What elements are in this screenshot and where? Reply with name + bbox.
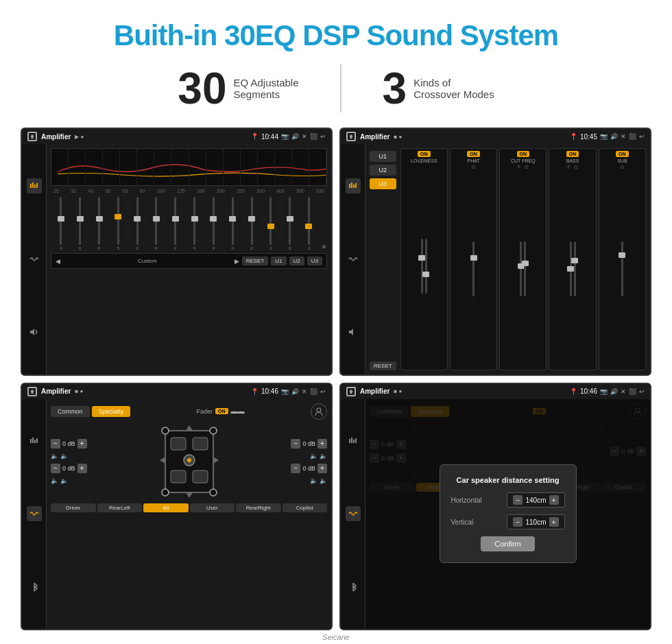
eq-slider-11[interactable]: -1 bbox=[262, 195, 280, 250]
confirm-button[interactable]: Confirm bbox=[481, 536, 535, 551]
screen-icon-4: ⬛ bbox=[629, 388, 636, 395]
u1-cross-btn[interactable]: U1 bbox=[370, 151, 396, 162]
watermark: Seicane bbox=[322, 630, 350, 644]
eq-slider-13[interactable]: -1 bbox=[300, 195, 318, 250]
page-title: Buith-in 30EQ DSP Sound System bbox=[114, 0, 558, 64]
user-avatar bbox=[311, 403, 327, 420]
copilot-btn[interactable]: Copilot bbox=[283, 503, 328, 512]
status-icons-2: 📍 10:45 📷 🔊 ✕ ⬛ ↩ bbox=[570, 133, 645, 141]
sidebar-vol-icon[interactable] bbox=[27, 324, 42, 339]
back-icon-4: ↩ bbox=[639, 388, 645, 395]
svg-rect-8 bbox=[355, 183, 357, 188]
right-top-minus[interactable]: − bbox=[291, 439, 300, 449]
vertical-plus[interactable]: + bbox=[549, 517, 559, 527]
reset-cross-btn[interactable]: RESET bbox=[370, 361, 396, 370]
stat-number-crossover: 3 bbox=[383, 67, 407, 110]
eq-slider-4[interactable]: 0 bbox=[128, 195, 146, 250]
horizontal-value: 140cm bbox=[525, 497, 546, 504]
home-icon-3[interactable] bbox=[27, 387, 37, 396]
screen2-record-icon: ■ ● bbox=[394, 134, 402, 140]
right-top-plus[interactable]: + bbox=[317, 439, 327, 449]
u1-btn[interactable]: U1 bbox=[271, 257, 286, 265]
specialty-btn[interactable]: Specialty bbox=[92, 406, 131, 417]
eq-slider-12[interactable]: 0 bbox=[281, 195, 299, 250]
right-bot-plus[interactable]: + bbox=[317, 464, 327, 473]
sidebar-wave-icon-3[interactable] bbox=[27, 506, 42, 521]
svg-rect-10 bbox=[30, 439, 32, 443]
eq-slider-6[interactable]: 0 bbox=[167, 195, 184, 250]
user-btn[interactable]: User bbox=[190, 503, 235, 512]
crossover-layout: U1 U2 U3 RESET ON LOUDNESS bbox=[370, 148, 646, 370]
u2-btn[interactable]: U2 bbox=[289, 257, 304, 265]
all-btn[interactable]: All bbox=[143, 503, 189, 512]
right-db-controls: − 0 dB + 🔈 🔈 − 0 dB + bbox=[279, 439, 327, 484]
driver-btn[interactable]: Driver bbox=[51, 503, 96, 512]
vertical-value-box: − 110cm + bbox=[507, 514, 564, 529]
status-icons-4: 📍 10:46 📷 🔊 ✕ ⬛ ↩ bbox=[570, 387, 645, 395]
eq-slider-7[interactable]: 0 bbox=[186, 195, 204, 250]
eq-slider-3[interactable]: 5 bbox=[109, 195, 127, 250]
x-icon-2: ✕ bbox=[621, 133, 626, 140]
screen2-time: 10:45 bbox=[580, 133, 597, 141]
u-buttons-col: U1 U2 U3 RESET bbox=[370, 148, 396, 370]
play-next-icon[interactable]: ▶ bbox=[235, 258, 239, 265]
eq-slider-10[interactable]: 0 bbox=[243, 195, 261, 250]
svg-rect-13 bbox=[36, 438, 38, 443]
volume-icon-1: 🔊 bbox=[291, 133, 299, 140]
u3-btn[interactable]: U3 bbox=[307, 257, 322, 265]
status-left-1: Amplifier ▶ ● bbox=[27, 132, 84, 141]
screen-crossover: Amplifier ■ ● 📍 10:45 📷 🔊 ✕ ⬛ ↩ bbox=[339, 128, 651, 376]
vertical-minus[interactable]: − bbox=[513, 517, 523, 527]
screen-eq: Amplifier ▶ ● 📍 10:44 📷 🔊 ✕ ⬛ ↩ bbox=[21, 128, 333, 376]
x-icon-3: ✕ bbox=[302, 388, 307, 395]
sidebar-bt-icon-4[interactable] bbox=[346, 580, 361, 595]
u3-cross-btn[interactable]: U3 bbox=[370, 178, 396, 189]
sidebar-eq-icon-4[interactable] bbox=[346, 433, 361, 449]
left-bot-plus[interactable]: + bbox=[77, 464, 87, 473]
sidebar-vol-icon-2[interactable] bbox=[346, 324, 361, 339]
sidebar-eq-icon-2[interactable] bbox=[346, 178, 361, 193]
cutfreq-slider[interactable] bbox=[502, 171, 544, 368]
bass-slider[interactable] bbox=[551, 171, 593, 368]
status-bar-1: Amplifier ▶ ● 📍 10:44 📷 🔊 ✕ ⬛ ↩ bbox=[22, 129, 331, 144]
sidebar-wave-icon-2[interactable] bbox=[346, 252, 361, 267]
camera-icon-3: 📷 bbox=[281, 388, 289, 395]
home-icon-1[interactable] bbox=[27, 132, 37, 141]
svg-rect-3 bbox=[36, 183, 38, 188]
svg-marker-4 bbox=[30, 329, 34, 335]
u2-cross-btn[interactable]: U2 bbox=[370, 165, 396, 176]
eq-slider-0[interactable]: 0 bbox=[52, 195, 70, 250]
car-diagram-svg bbox=[158, 424, 220, 499]
horizontal-plus[interactable]: + bbox=[549, 495, 559, 505]
svg-marker-23 bbox=[186, 492, 193, 498]
sub-slider[interactable] bbox=[601, 171, 643, 368]
eq-slider-5[interactable]: 0 bbox=[147, 195, 165, 250]
sidebar-wave-icon[interactable] bbox=[27, 252, 42, 267]
eq-slider-9[interactable]: 0 bbox=[224, 195, 241, 250]
left-bot-minus[interactable]: − bbox=[51, 464, 60, 473]
rearleft-btn[interactable]: RearLeft bbox=[97, 503, 143, 512]
rearright-btn[interactable]: RearRight bbox=[236, 503, 281, 512]
sidebar-eq-icon[interactable] bbox=[27, 178, 42, 193]
phat-slider[interactable] bbox=[453, 171, 494, 368]
stat-block-eq: 30 EQ Adjustable Segments bbox=[136, 67, 339, 110]
sidebar-wave-icon-4[interactable] bbox=[346, 506, 361, 521]
play-prev-icon[interactable]: ◀ bbox=[56, 258, 60, 265]
home-icon-2[interactable] bbox=[346, 132, 356, 141]
right-bot-minus[interactable]: − bbox=[291, 464, 300, 473]
common-btn[interactable]: Common bbox=[51, 406, 90, 417]
svg-rect-18 bbox=[171, 470, 186, 483]
left-top-plus[interactable]: + bbox=[77, 439, 87, 449]
right-bottom-db: − 0 dB + bbox=[291, 464, 327, 473]
eq-slider-2[interactable]: 0 bbox=[91, 195, 108, 250]
home-icon-4[interactable] bbox=[346, 387, 356, 396]
sidebar-bt-icon[interactable] bbox=[27, 580, 42, 595]
horizontal-minus[interactable]: − bbox=[513, 495, 523, 505]
loudness-slider[interactable] bbox=[403, 165, 445, 368]
eq-curve-svg bbox=[51, 149, 326, 185]
reset-btn[interactable]: RESET bbox=[242, 257, 269, 265]
left-top-minus[interactable]: − bbox=[51, 439, 60, 449]
sidebar-eq-icon-3[interactable] bbox=[27, 433, 42, 449]
eq-slider-8[interactable]: 0 bbox=[205, 195, 223, 250]
eq-slider-1[interactable]: 0 bbox=[71, 195, 89, 250]
